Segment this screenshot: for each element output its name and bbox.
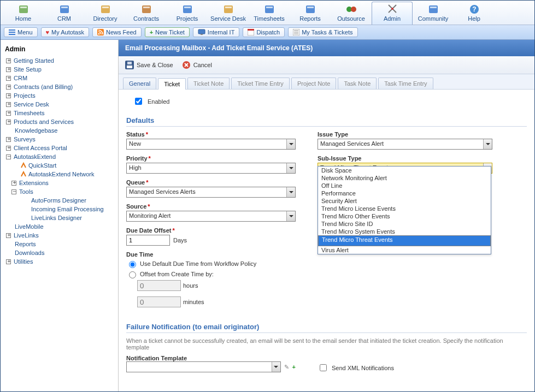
tree-link[interactable]: AutotaskExtend Network — [28, 171, 94, 177]
enabled-checkbox[interactable] — [135, 98, 142, 105]
tab-general[interactable]: General — [123, 78, 156, 89]
tree-item[interactable]: Utilities — [4, 257, 115, 266]
due-date-offset-input[interactable] — [126, 235, 170, 246]
tree-link[interactable]: QuickStart — [28, 162, 56, 169]
tab-project-note[interactable]: Project Note — [291, 78, 337, 89]
tree-item[interactable]: CRM — [4, 74, 115, 82]
sub-issue-option[interactable]: Network Monitoring Alert — [318, 174, 491, 182]
sub-issue-option[interactable]: Disk Space — [318, 167, 491, 174]
tree-item[interactable]: Contracts (and Billing) — [4, 82, 115, 91]
tree-link[interactable]: Knowledgebase — [15, 127, 57, 134]
tree-item[interactable]: Incoming Email Processing — [4, 205, 115, 213]
tree-link[interactable]: Projects — [14, 92, 36, 99]
tree-item[interactable]: Reports — [4, 240, 115, 248]
add-template-icon[interactable]: + — [292, 364, 296, 370]
tab-ticket-time-entry[interactable]: Ticket Time Entry — [231, 78, 290, 89]
tree-item[interactable]: Extensions — [4, 179, 115, 187]
news-feed-button[interactable]: News Feed — [92, 27, 142, 37]
new-ticket-button[interactable]: + New Ticket — [145, 27, 190, 37]
tree-item[interactable]: LiveLinks — [4, 231, 115, 240]
expand-icon[interactable] — [6, 111, 11, 116]
tree-item[interactable]: AutoForms Designer — [4, 196, 115, 205]
tree-item[interactable]: LiveLinks Designer — [4, 213, 115, 222]
sub-issue-option[interactable]: Trend Micro Other Events — [318, 212, 491, 220]
priority-select[interactable]: High — [126, 163, 296, 174]
my-autotask-button[interactable]: ♥ My Autotask — [41, 27, 89, 37]
tree-item[interactable]: Getting Started — [4, 56, 115, 65]
tree-item[interactable]: Service Desk — [4, 100, 115, 109]
tab-task-time-entry[interactable]: Task Time Entry — [378, 78, 433, 89]
sub-issue-option[interactable]: Trend Micro Site ID — [318, 220, 491, 228]
sub-issue-option[interactable]: Security Alert — [318, 197, 491, 205]
tree-link[interactable]: LiveMobile — [15, 223, 44, 230]
tree-link[interactable]: Client Access Portal — [14, 145, 67, 151]
tree-link[interactable]: Products and Services — [14, 118, 74, 125]
collapse-icon[interactable] — [11, 189, 16, 194]
expand-icon[interactable] — [6, 233, 11, 238]
issue-type-select[interactable]: Managed Services Alert — [318, 139, 492, 150]
expand-icon[interactable] — [11, 181, 16, 186]
expand-icon[interactable] — [6, 259, 11, 264]
sub-issue-option[interactable]: Virus Alert — [318, 246, 491, 254]
tree-link[interactable]: Getting Started — [14, 57, 54, 64]
tree-link[interactable]: Downloads — [15, 250, 44, 256]
send-xml-checkbox[interactable] — [320, 364, 327, 371]
nav-directory[interactable]: Directory — [85, 2, 126, 25]
collapse-icon[interactable] — [6, 155, 11, 159]
tree-item[interactable]: AutotaskExtend Network — [4, 170, 115, 179]
expand-icon[interactable] — [6, 102, 11, 107]
nav-outsource[interactable]: Outsource — [331, 2, 372, 25]
tree-item[interactable]: Projects — [4, 91, 115, 100]
tree-link[interactable]: Reports — [15, 241, 36, 247]
due-time-minutes-input[interactable] — [137, 296, 181, 307]
tree-link[interactable]: Service Desk — [14, 101, 49, 108]
source-select[interactable]: Monitoring Alert — [126, 211, 296, 222]
nav-community[interactable]: Community — [413, 2, 454, 25]
nav-crm[interactable]: CRM — [44, 2, 85, 25]
sub-issue-option[interactable]: Trend Micro System Events — [318, 228, 491, 235]
tree-item[interactable]: AutotaskExtend — [4, 152, 115, 161]
tree-link[interactable]: LiveLinks Designer — [31, 215, 82, 221]
nav-help[interactable]: ?Help — [454, 2, 495, 25]
expand-icon[interactable] — [6, 120, 11, 124]
edit-template-icon[interactable]: ✎ — [284, 364, 289, 371]
tree-item[interactable]: QuickStart — [4, 161, 115, 170]
due-time-hours-input[interactable] — [137, 280, 181, 291]
tree-link[interactable]: AutoForms Designer — [31, 197, 86, 204]
tree-link[interactable]: Tools — [19, 188, 33, 195]
expand-icon[interactable] — [6, 137, 11, 142]
tree-item[interactable]: Timesheets — [4, 109, 115, 117]
sub-issue-option[interactable]: Performance — [318, 189, 491, 197]
expand-icon[interactable] — [6, 93, 11, 98]
expand-icon[interactable] — [6, 146, 11, 151]
tree-link[interactable]: Timesheets — [14, 110, 44, 116]
sub-issue-option[interactable]: Trend Micro Threat Events — [318, 235, 491, 246]
notification-template-select[interactable] — [126, 361, 281, 372]
expand-icon[interactable] — [6, 76, 11, 81]
sub-issue-option[interactable]: Off Line — [318, 182, 491, 189]
tree-item[interactable]: Knowledgebase — [4, 126, 115, 135]
nav-reports[interactable]: Reports — [290, 2, 331, 25]
queue-select[interactable]: Managed Services Alerts — [126, 187, 296, 198]
status-select[interactable]: New — [126, 139, 296, 150]
tree-item[interactable]: Client Access Portal — [4, 144, 115, 152]
tree-link[interactable]: Site Setup — [14, 66, 42, 73]
save-close-button[interactable]: Save & Close — [123, 60, 175, 70]
internal-it-button[interactable]: Internal IT — [193, 27, 240, 37]
tab-ticket-note[interactable]: Ticket Note — [187, 78, 230, 89]
nav-timesheets[interactable]: Timesheets — [249, 2, 290, 25]
tree-link[interactable]: Contracts (and Billing) — [14, 84, 73, 90]
expand-icon[interactable] — [6, 67, 11, 72]
tree-item[interactable]: Surveys — [4, 135, 115, 144]
expand-icon[interactable] — [6, 58, 11, 63]
tree-link[interactable]: LiveLinks — [14, 232, 39, 239]
my-tasks-button[interactable]: My Tasks & Tickets — [288, 27, 357, 37]
due-time-offset-radio[interactable] — [129, 271, 136, 278]
expand-icon[interactable] — [6, 85, 11, 90]
sub-issue-option[interactable]: Trend Micro License Events — [318, 205, 491, 212]
tree-link[interactable]: CRM — [14, 75, 27, 81]
tree-item[interactable]: Products and Services — [4, 117, 115, 126]
dispatch-button[interactable]: Dispatch — [243, 27, 285, 37]
menu-button[interactable]: Menu — [4, 27, 38, 37]
cancel-button[interactable]: Cancel — [180, 60, 214, 70]
